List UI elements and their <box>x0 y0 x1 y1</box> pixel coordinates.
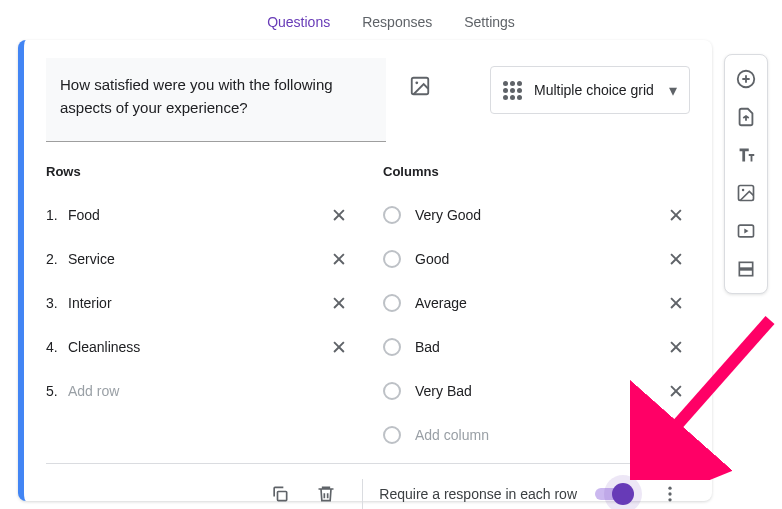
copy-icon <box>270 484 290 504</box>
add-column[interactable]: Add column <box>383 413 690 457</box>
import-questions-button[interactable] <box>728 99 764 135</box>
row-item: 3.Interior✕ <box>46 281 353 325</box>
tab-questions[interactable]: Questions <box>251 4 346 43</box>
add-image-button[interactable] <box>402 68 438 104</box>
add-column-label: Add column <box>415 427 690 443</box>
row-item: 1.Food✕ <box>46 193 353 237</box>
add-section-button[interactable] <box>728 251 764 287</box>
svg-rect-11 <box>739 270 752 276</box>
row-item: 2.Service✕ <box>46 237 353 281</box>
column-item: Very Good✕ <box>383 193 690 237</box>
question-text-input[interactable]: How satisfied were you with the followin… <box>46 58 386 142</box>
radio-icon <box>383 426 401 444</box>
svg-rect-10 <box>739 262 752 268</box>
remove-row-button[interactable]: ✕ <box>325 198 353 233</box>
add-image-rail-button[interactable] <box>728 175 764 211</box>
remove-row-button[interactable]: ✕ <box>325 330 353 365</box>
add-question-button[interactable] <box>728 61 764 97</box>
remove-column-button[interactable]: ✕ <box>662 198 690 233</box>
require-toggle[interactable] <box>595 483 632 505</box>
column-item: Good✕ <box>383 237 690 281</box>
row-input[interactable]: Service <box>68 251 325 267</box>
divider <box>362 479 363 509</box>
require-label: Require a response in each row <box>379 486 577 502</box>
trash-icon <box>316 484 336 504</box>
remove-column-button[interactable]: ✕ <box>662 330 690 365</box>
svg-point-1 <box>415 81 418 84</box>
side-toolbar <box>724 54 768 294</box>
columns-column: Columns Very Good✕ Good✕ Average✕ Bad✕ V… <box>383 164 690 457</box>
video-icon <box>736 221 756 241</box>
rows-header: Rows <box>46 164 353 179</box>
add-row-label: Add row <box>68 383 353 399</box>
row-input[interactable]: Cleanliness <box>68 339 325 355</box>
remove-column-button[interactable]: ✕ <box>662 374 690 409</box>
add-video-button[interactable] <box>728 213 764 249</box>
remove-column-button[interactable]: ✕ <box>662 242 690 277</box>
column-item: Bad✕ <box>383 325 690 369</box>
radio-icon <box>383 338 401 356</box>
question-type-label: Multiple choice grid <box>534 82 654 98</box>
column-item: Very Bad✕ <box>383 369 690 413</box>
column-input[interactable]: Good <box>415 251 662 267</box>
columns-header: Columns <box>383 164 690 179</box>
radio-icon <box>383 250 401 268</box>
svg-point-8 <box>742 189 745 192</box>
column-input[interactable]: Average <box>415 295 662 311</box>
row-input[interactable]: Interior <box>68 295 325 311</box>
add-title-button[interactable] <box>728 137 764 173</box>
svg-rect-2 <box>278 492 287 501</box>
plus-circle-icon <box>735 68 757 90</box>
more-options-button[interactable] <box>650 474 690 509</box>
tab-responses[interactable]: Responses <box>346 4 448 43</box>
column-input[interactable]: Bad <box>415 339 662 355</box>
rows-column: Rows 1.Food✕ 2.Service✕ 3.Interior✕ 4.Cl… <box>46 164 353 457</box>
remove-column-button[interactable]: ✕ <box>662 286 690 321</box>
question-footer: Require a response in each row <box>46 463 690 509</box>
image-icon <box>409 75 431 97</box>
delete-button[interactable] <box>306 474 346 509</box>
duplicate-button[interactable] <box>260 474 300 509</box>
remove-row-button[interactable]: ✕ <box>325 242 353 277</box>
row-item: 4.Cleanliness✕ <box>46 325 353 369</box>
svg-point-5 <box>668 498 671 501</box>
add-row[interactable]: 5.Add row <box>46 369 353 413</box>
question-card: How satisfied were you with the followin… <box>18 40 712 501</box>
grid-icon <box>503 81 522 100</box>
radio-icon <box>383 206 401 224</box>
more-vert-icon <box>660 484 680 504</box>
question-type-select[interactable]: Multiple choice grid ▾ <box>490 66 690 114</box>
svg-point-3 <box>668 487 671 490</box>
text-icon <box>735 144 757 166</box>
column-input[interactable]: Very Bad <box>415 383 662 399</box>
tab-settings[interactable]: Settings <box>448 4 531 43</box>
chevron-down-icon: ▾ <box>669 81 677 100</box>
section-icon <box>736 259 756 279</box>
tab-bar: Questions Responses Settings <box>0 0 782 43</box>
row-input[interactable]: Food <box>68 207 325 223</box>
svg-point-4 <box>668 492 671 495</box>
image-icon <box>736 183 756 203</box>
remove-row-button[interactable]: ✕ <box>325 286 353 321</box>
column-input[interactable]: Very Good <box>415 207 662 223</box>
radio-icon <box>383 382 401 400</box>
column-item: Average✕ <box>383 281 690 325</box>
import-icon <box>735 106 757 128</box>
radio-icon <box>383 294 401 312</box>
